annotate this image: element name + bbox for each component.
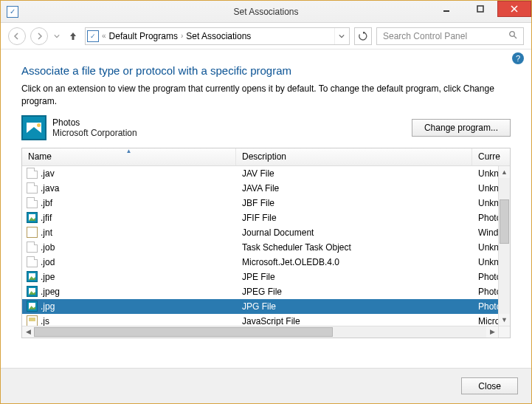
cell-name: .job xyxy=(22,242,236,253)
scroll-up-button[interactable]: ▲ xyxy=(499,166,510,178)
scroll-left-button[interactable]: ◀ xyxy=(22,326,34,338)
associations-table: Name ▲ Description Curre .javJAV FileUnk… xyxy=(21,148,511,338)
cell-current-default: Micro xyxy=(472,316,498,326)
search-icon xyxy=(508,30,519,41)
table-row[interactable]: .jobTask Scheduler Task ObjectUnkno xyxy=(22,240,498,255)
scroll-track-horizontal[interactable] xyxy=(34,326,486,338)
arrow-up-icon xyxy=(68,31,78,41)
maximize-icon xyxy=(477,5,484,13)
cell-description: Microsoft.Jet.OLEDB.4.0 xyxy=(236,257,472,267)
close-window-button[interactable] xyxy=(497,1,531,17)
image-file-icon xyxy=(27,286,38,297)
close-button[interactable]: Close xyxy=(461,377,518,394)
scroll-thumb-horizontal[interactable] xyxy=(34,327,333,337)
cell-description: Journal Document xyxy=(236,227,472,238)
cell-name: .java xyxy=(22,182,236,194)
table-row[interactable]: .jsJavaScript FileMicro xyxy=(22,314,498,326)
col-header-description[interactable]: Description xyxy=(236,148,472,165)
current-association-row: Photos Microsoft Corporation Change prog… xyxy=(21,115,511,140)
scroll-down-button[interactable]: ▼ xyxy=(499,314,510,326)
table-row[interactable]: .jpeJPE FilePhoto xyxy=(22,270,498,284)
file-extension: .job xyxy=(41,242,55,253)
cell-name: .jnt xyxy=(22,227,236,238)
image-file-icon xyxy=(27,271,38,282)
table-row[interactable]: .jpgJPG FilePhoto xyxy=(22,299,498,314)
generic-file-icon xyxy=(27,256,38,267)
cell-description: JFIF File xyxy=(236,213,472,223)
svg-rect-1 xyxy=(477,6,483,12)
image-file-icon xyxy=(27,212,38,223)
file-extension: .java xyxy=(41,183,59,194)
search-box[interactable] xyxy=(376,27,524,45)
horizontal-scrollbar[interactable]: ◀ ▶ xyxy=(22,326,510,338)
app-name: Photos xyxy=(52,117,137,128)
table-body: .javJAV FileUnkno.javaJAVA FileUnkno.jbf… xyxy=(22,166,510,326)
scroll-thumb-vertical[interactable] xyxy=(500,199,509,244)
chevron-down-icon xyxy=(54,33,60,39)
table-row[interactable]: .javJAV FileUnkno xyxy=(22,166,498,181)
cell-description: JPEG File xyxy=(236,287,472,297)
page-title: Associate a file type or protocol with a… xyxy=(21,64,511,77)
table-row[interactable]: .jodMicrosoft.Jet.OLEDB.4.0Unkno xyxy=(22,255,498,270)
help-button[interactable]: ? xyxy=(512,52,524,64)
forward-button[interactable] xyxy=(30,27,48,45)
recent-locations-button[interactable] xyxy=(52,33,61,39)
window-controls xyxy=(429,1,531,22)
table-row[interactable]: .jpegJPEG FilePhoto xyxy=(22,284,498,299)
table-header: Name ▲ Description Curre xyxy=(22,148,510,166)
vertical-scrollbar[interactable]: ▲ ▼ xyxy=(498,166,510,326)
breadcrumb-seg-1[interactable]: Default Programs xyxy=(109,31,178,41)
sort-asc-icon: ▲ xyxy=(126,148,132,154)
control-panel-icon: ✓ xyxy=(87,30,99,42)
cell-name: .jbf xyxy=(22,197,236,208)
col-header-name[interactable]: Name ▲ xyxy=(22,148,236,165)
navigation-row: ✓ « Default Programs › Set Associations xyxy=(1,23,531,49)
file-extension: .js xyxy=(41,316,49,326)
table-row[interactable]: .javaJAVA FileUnkno xyxy=(22,181,498,196)
cell-description: JBF File xyxy=(236,198,472,208)
app-icon: ✓ xyxy=(7,6,18,18)
breadcrumb-overflow-icon: « xyxy=(102,32,106,40)
cell-current-default: Unkno xyxy=(472,198,498,208)
table-row[interactable]: .jntJournal DocumentWinde xyxy=(22,225,498,240)
table-row[interactable]: .jbfJBF FileUnkno xyxy=(22,196,498,210)
table-row[interactable]: .jfifJFIF FilePhoto xyxy=(22,210,498,225)
generic-file-icon xyxy=(27,168,38,179)
search-input[interactable] xyxy=(381,30,508,42)
scroll-right-button[interactable]: ▶ xyxy=(486,326,498,338)
content-area: ? Associate a file type or protocol with… xyxy=(1,49,531,367)
svg-rect-0 xyxy=(443,10,449,12)
file-extension: .jpe xyxy=(41,272,55,282)
refresh-icon xyxy=(359,32,367,41)
page-subtext: Click on an extension to view the progra… xyxy=(21,83,511,108)
cell-current-default: Winde xyxy=(472,227,498,238)
cell-description: JAV File xyxy=(236,168,472,179)
generic-file-icon xyxy=(27,242,38,253)
refresh-button[interactable] xyxy=(354,27,372,45)
cell-name: .jpeg xyxy=(22,286,236,297)
cell-description: Task Scheduler Task Object xyxy=(236,242,472,253)
image-file-icon xyxy=(27,301,38,312)
chevron-down-icon xyxy=(339,33,345,39)
breadcrumb-seg-2[interactable]: Set Associations xyxy=(186,31,251,41)
back-button[interactable] xyxy=(8,27,26,45)
minimize-button[interactable] xyxy=(429,1,463,17)
dialog-footer: Close xyxy=(1,368,531,403)
cell-current-default: Unkno xyxy=(472,183,498,194)
cell-description: JPG File xyxy=(236,301,472,312)
file-extension: .jpeg xyxy=(41,287,60,297)
up-button[interactable] xyxy=(66,31,80,41)
address-bar[interactable]: ✓ « Default Programs › Set Associations xyxy=(85,27,350,45)
scroll-corner xyxy=(498,326,510,338)
cell-current-default: Photo xyxy=(472,213,498,223)
svg-point-4 xyxy=(510,32,515,37)
cell-current-default: Photo xyxy=(472,287,498,297)
maximize-button[interactable] xyxy=(463,1,497,17)
file-extension: .jfif xyxy=(41,213,52,223)
change-program-button[interactable]: Change program... xyxy=(412,119,511,137)
cell-current-default: Unkno xyxy=(472,257,498,267)
file-extension: .jav xyxy=(41,168,55,179)
cell-name: .js xyxy=(22,315,236,326)
address-dropdown-button[interactable] xyxy=(334,28,348,44)
col-header-current[interactable]: Curre xyxy=(472,148,510,165)
